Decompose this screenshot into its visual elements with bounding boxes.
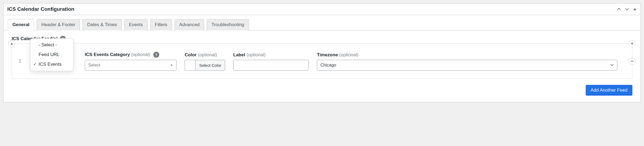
feed-type-option-ics-events[interactable]: ICS Events <box>30 60 73 69</box>
help-icon[interactable]: ? <box>153 52 159 58</box>
tabs-bar: General Header & Footer Dates & Times Ev… <box>4 15 640 30</box>
panel-title: ICS Calendar Configuration <box>7 6 74 12</box>
config-panel: ICS Calendar Configuration General Heade… <box>3 3 641 102</box>
feed-type-option-url[interactable]: Feed URL <box>30 50 73 60</box>
collapse-toggle-icon[interactable] <box>633 7 637 11</box>
timezone-select[interactable]: Chicago <box>317 60 617 71</box>
tab-filters[interactable]: Filters <box>150 19 172 30</box>
feed-type-dropdown[interactable]: - Select - Feed URL ICS Events <box>30 38 73 71</box>
tab-advanced[interactable]: Advanced <box>175 19 204 30</box>
add-another-feed-button[interactable]: Add Another Feed <box>586 85 632 96</box>
tab-events[interactable]: Events <box>124 19 148 30</box>
tab-dates-times[interactable]: Dates & Times <box>83 19 122 30</box>
select-color-button[interactable]: Select Color <box>195 60 225 71</box>
chevron-down-icon: ▼ <box>170 64 173 67</box>
feeds-section-label: ICS Calendar Feed(s) ? <box>12 36 632 42</box>
feed-type-option-placeholder[interactable]: - Select - <box>30 40 73 50</box>
chevron-down-icon <box>610 63 614 67</box>
tab-header-footer[interactable]: Header & Footer <box>37 19 80 30</box>
collapse-row-button[interactable] <box>8 40 15 47</box>
tab-general[interactable]: General <box>8 19 34 30</box>
timezone-label: Timezone (optional) <box>317 52 617 58</box>
label-input[interactable] <box>233 60 309 71</box>
move-down-icon[interactable] <box>625 7 629 11</box>
color-label: Color (optional) <box>185 52 225 58</box>
move-up-icon[interactable] <box>617 7 621 11</box>
color-field: Color (optional) Select Color <box>185 52 225 71</box>
timezone-field: Timezone (optional) Chicago <box>317 52 617 71</box>
color-swatch[interactable] <box>185 60 195 71</box>
category-label: ICS Events Category (optional) ? <box>85 52 177 58</box>
add-row-button[interactable]: + <box>629 40 636 47</box>
feed-row: + − - Select - Feed URL ICS Events 1 ICS… <box>12 43 632 79</box>
label-label: Label (optional) <box>233 52 309 58</box>
tab-troubleshooting[interactable]: Troubleshooting <box>207 19 249 30</box>
category-field: ICS Events Category (optional) ? Select … <box>85 52 177 71</box>
category-select[interactable]: Select ▼ <box>85 60 177 71</box>
panel-controls <box>617 7 637 11</box>
remove-row-button[interactable]: − <box>629 58 636 65</box>
row-number: 1 <box>17 58 23 64</box>
label-field: Label (optional) <box>233 52 309 71</box>
panel-header: ICS Calendar Configuration <box>4 4 640 15</box>
panel-body: ICS Calendar Feed(s) ? + − - Select - Fe… <box>4 30 640 102</box>
